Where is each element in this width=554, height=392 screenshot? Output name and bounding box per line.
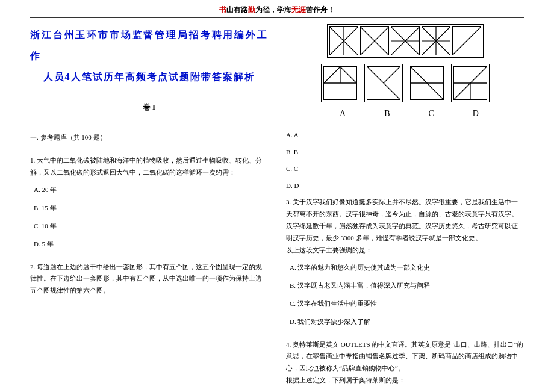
q1-stem: 1. 大气中的二氧化碳被陆地和海洋中的植物吸收，然后通过生物吸收、转化、分解，又… [30, 155, 268, 179]
answer-letter-row: A B C D [286, 106, 524, 121]
stem-fig-4 [422, 26, 450, 55]
answer-label-a: A [340, 106, 346, 121]
svg-line-18 [384, 67, 400, 83]
q1-option-d: D. 5 年 [34, 238, 268, 250]
q2-choice-dd: D. D [286, 180, 524, 192]
q2-choice-bb: B. B [286, 146, 524, 158]
stem-fig-2 [360, 26, 389, 55]
figure-stem-row [286, 24, 524, 58]
stem-fig-3 [391, 26, 420, 55]
svg-line-13 [324, 67, 340, 83]
answer-label-d: D [473, 106, 479, 121]
figure-stem-group [327, 24, 484, 58]
q1-option-c: C. 10 年 [34, 220, 268, 232]
q1-option-a: A. 20 年 [34, 184, 268, 196]
volume-label: 卷 I [30, 100, 268, 114]
q3-stem: 3. 关于汉字我们好像知道挺多实际上并不尽然。汉字很重要，它是我们生活中一天都离… [286, 196, 524, 244]
answer-fig-a [321, 64, 359, 102]
question-2: 2. 每道题在上边的题干中给出一套图形，其中有五个图，这五个图呈现一定的规律性。… [30, 261, 268, 297]
content-columns: 浙江台州玉环市市场监督管理局招考聘用编外工作 人员4人笔试历年高频考点试题附带答… [0, 18, 554, 392]
answer-fig-b [364, 64, 403, 102]
answer-fig-d [451, 64, 490, 102]
motto-part: 书 [219, 5, 226, 14]
question-4: 4. 奥特莱斯是英文 OUTLETS 的中文直译。其英文原意是“出口、出路、排出… [286, 339, 524, 392]
question-1: 1. 大气中的二氧化碳被陆地和海洋中的植物吸收，然后通过生物吸收、转化、分解，又… [30, 155, 268, 250]
svg-line-12 [453, 27, 481, 55]
right-column: A B C D A. A B. B C. C D. D 3. 关于汉字我们好像知… [286, 24, 524, 392]
section-title: 一. 参考题库（共 100 题） [30, 132, 268, 144]
exam-title-line1: 浙江台州玉环市市场监督管理局招考聘用编外工作 [30, 24, 268, 66]
q3-option-c: C. 汉字在我们生活中的重要性 [290, 298, 524, 310]
motto-part: 山有路 [226, 5, 248, 14]
motto-part: 无涯 [291, 5, 306, 14]
exam-title: 浙江台州玉环市市场监督管理局招考聘用编外工作 人员4人笔试历年高频考点试题附带答… [30, 24, 268, 88]
left-column: 浙江台州玉环市市场监督管理局招考聘用编外工作 人员4人笔试历年高频考点试题附带答… [30, 24, 268, 392]
q2-stem: 2. 每道题在上边的题干中给出一套图形，其中有五个图，这五个图呈现一定的规律性。… [30, 261, 268, 297]
q3-prompt: 以上这段文字主要强调的是： [286, 244, 524, 257]
motto-part: 勤 [248, 5, 255, 14]
q2-choice-cc: C. C [286, 163, 524, 175]
exam-title-line2: 人员4人笔试历年高频考点试题附带答案解析 [30, 66, 268, 87]
figure-answer-row [286, 64, 524, 102]
q3-option-d: D. 我们对汉字缺少深入了解 [290, 316, 524, 328]
answer-label-b: B [384, 106, 390, 121]
q2-choice-aa: A. A [286, 129, 524, 142]
motto-part: 为径，学海 [255, 5, 291, 14]
answer-fig-d-inner [453, 66, 487, 100]
answer-fig-a-inner [323, 66, 357, 100]
motto-part: 苦作舟！ [306, 5, 335, 14]
stem-fig-5 [452, 26, 481, 55]
answer-fig-c-inner [410, 66, 444, 100]
q3-option-a: A. 汉字的魅力和悠久的历史使其成为一部文化史 [290, 262, 524, 274]
q3-option-b: B. 汉字既古老又内涵丰富，值得深入研究与阐释 [290, 280, 524, 292]
stem-fig-1 [329, 26, 358, 55]
q1-option-b: B. 15 年 [34, 202, 268, 214]
q4-prompt: 根据上述定义，下列属于奥特莱斯的是： [286, 375, 524, 387]
svg-line-14 [340, 67, 356, 83]
question-3: 3. 关于汉字我们好像知道挺多实际上并不尽然。汉字很重要，它是我们生活中一天都离… [286, 196, 524, 328]
answer-label-c: C [429, 106, 434, 121]
header-motto: 书山有路勤为径，学海无涯苦作舟！ [0, 0, 554, 17]
q4-stem: 4. 奥特莱斯是英文 OUTLETS 的中文直译。其英文原意是“出口、出路、排出… [286, 339, 524, 375]
answer-fig-c [408, 64, 446, 102]
answer-fig-b-inner [367, 66, 400, 100]
